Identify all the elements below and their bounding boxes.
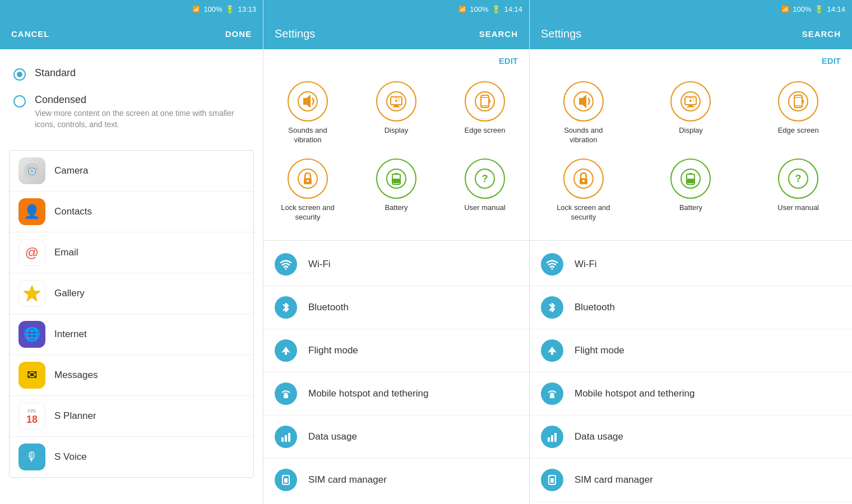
grid-item-usermanual-r[interactable]: ? User manual [744, 152, 852, 229]
list-item[interactable]: FRI 18 S Planner [10, 396, 253, 437]
radio-circle-condensed [13, 95, 26, 108]
data-icon-r [541, 426, 563, 448]
grid-item-battery-r[interactable]: Battery [637, 152, 745, 229]
contacts-icon: 👤 [18, 198, 45, 225]
battery-percent-left: 100% [203, 5, 222, 13]
battery-icon-mid: 🔋 [492, 5, 501, 13]
time-mid: 14:14 [504, 5, 522, 13]
svg-rect-56 [689, 173, 692, 175]
grid-item-lockscreen-r[interactable]: Lock screen andsecurity [530, 152, 637, 229]
battery-icon-left: 🔋 [225, 5, 234, 13]
lockscreen-icon [288, 158, 328, 199]
svg-text:?: ? [795, 173, 802, 184]
radio-standard[interactable]: Standard [13, 60, 249, 87]
wifi-label-r: Wi-Fi [575, 259, 597, 270]
radio-condensed[interactable]: Condensed View more content on the scree… [13, 87, 249, 137]
list-item[interactable]: ✉ Messages [10, 355, 253, 396]
done-button[interactable]: DONE [225, 29, 252, 39]
battery-label-r: Battery [679, 203, 702, 213]
svg-point-29 [285, 268, 287, 269]
usermanual-icon: ? [465, 158, 505, 199]
svoice-icon: 🎙 [18, 444, 45, 470]
bluetooth-label: Bluetooth [308, 302, 349, 313]
grid-item-display[interactable]: Display [352, 74, 441, 152]
list-item[interactable]: 🎙 S Voice [10, 437, 253, 477]
list-item-bluetooth-r[interactable]: Bluetooth [530, 286, 852, 329]
edit-button-mid[interactable]: EDIT [497, 52, 520, 70]
svg-rect-36 [284, 478, 288, 483]
list-item-wifi[interactable]: Wi-Fi [263, 243, 529, 286]
list-item-wifi-r[interactable]: Wi-Fi [530, 243, 852, 286]
email-icon: @ [18, 239, 45, 266]
mid-panel-content: EDIT Sounds andvibration [263, 49, 529, 504]
edit-button-right[interactable]: EDIT [819, 52, 843, 70]
bluetooth-icon [275, 296, 297, 319]
sounds-icon-r [563, 81, 604, 122]
app-name: S Planner [54, 410, 96, 422]
grid-item-usermanual[interactable]: ? User manual [441, 152, 529, 229]
status-bar-mid: 📶 100% 🔋 14:14 [263, 0, 529, 18]
settings-grid-mid: Sounds andvibration Display [263, 70, 529, 238]
radio-circle-standard [13, 68, 26, 81]
hotspot-icon [275, 382, 297, 405]
svg-rect-41 [688, 105, 693, 106]
svg-point-53 [582, 180, 585, 182]
grid-item-lockscreen[interactable]: Lock screen andsecurity [263, 152, 352, 229]
grid-item-display-r[interactable]: Display [637, 74, 745, 152]
list-item[interactable]: Gallery [10, 273, 253, 314]
svg-rect-62 [551, 394, 553, 395]
grid-item-battery[interactable]: Battery [352, 152, 441, 229]
edge-icon-r [778, 81, 818, 122]
grid-item-edge[interactable]: Edge screen [441, 74, 529, 152]
app-name: Contacts [54, 206, 92, 217]
mid-panel: 📶 100% 🔋 14:14 Settings SEARCH EDIT [263, 0, 530, 504]
grid-item-edge-r[interactable]: Edge screen [744, 74, 852, 152]
list-item-sim[interactable]: SIM card manager [263, 459, 529, 501]
grid-item-sounds[interactable]: Sounds andvibration [263, 74, 352, 152]
app-name: Camera [54, 165, 88, 176]
list-item-flight-r[interactable]: Flight mode [530, 329, 852, 372]
svg-rect-11 [392, 106, 400, 108]
flight-label-r: Flight mode [575, 345, 624, 356]
svg-line-45 [693, 99, 694, 100]
list-item-sim-r[interactable]: SIM card manager [530, 459, 852, 502]
settings-title-right: Settings [541, 27, 581, 40]
cancel-button[interactable]: CANCEL [11, 29, 50, 39]
sounds-icon [288, 81, 328, 122]
list-item-data-r[interactable]: Data usage [530, 416, 852, 459]
search-button-mid[interactable]: SEARCH [479, 29, 518, 39]
right-panel-content: EDIT Sounds andvibration [530, 49, 852, 504]
list-item-data[interactable]: Data usage [263, 416, 529, 459]
list-item-hotspot-r[interactable]: Mobile hotspot and tethering [530, 372, 852, 416]
app-name: Email [54, 247, 78, 258]
bluetooth-icon-r [541, 296, 563, 319]
status-bar-right: 📶 100% 🔋 14:14 [530, 0, 852, 18]
list-item[interactable]: @ Email [10, 232, 253, 273]
svg-marker-7 [303, 95, 311, 108]
divider-right [530, 240, 852, 241]
svg-marker-38 [579, 95, 586, 108]
svg-point-60 [552, 268, 553, 269]
list-item-hotspot[interactable]: Mobile hotspot and tethering [263, 372, 529, 416]
svg-marker-5 [24, 286, 40, 301]
list-item-flight[interactable]: Flight mode [263, 329, 529, 372]
list-item[interactable]: 👤 Contacts [10, 192, 253, 232]
list-item[interactable]: 🌐 Internet [10, 314, 253, 355]
svg-rect-63 [548, 437, 550, 442]
sounds-label-r: Sounds andvibration [564, 126, 603, 145]
list-item[interactable]: Camera [10, 151, 253, 192]
status-bar-left: 📶 100% 🔋 13:13 [0, 0, 263, 18]
action-bar-left: CANCEL DONE [0, 18, 263, 49]
app-name: Internet [54, 329, 87, 340]
data-icon [275, 426, 297, 448]
display-label-r: Display [679, 126, 703, 136]
search-button-right[interactable]: SEARCH [802, 29, 841, 39]
list-item-nfc-r[interactable]: N NFC and payment [530, 502, 852, 504]
action-bar-mid: Settings SEARCH [263, 18, 529, 49]
data-label: Data usage [308, 431, 357, 442]
list-item-bluetooth[interactable]: Bluetooth [263, 286, 529, 329]
grid-item-sounds-r[interactable]: Sounds andvibration [530, 74, 637, 152]
svg-rect-3 [28, 167, 31, 170]
camera-icon [18, 157, 45, 184]
sounds-label: Sounds andvibration [288, 126, 327, 145]
